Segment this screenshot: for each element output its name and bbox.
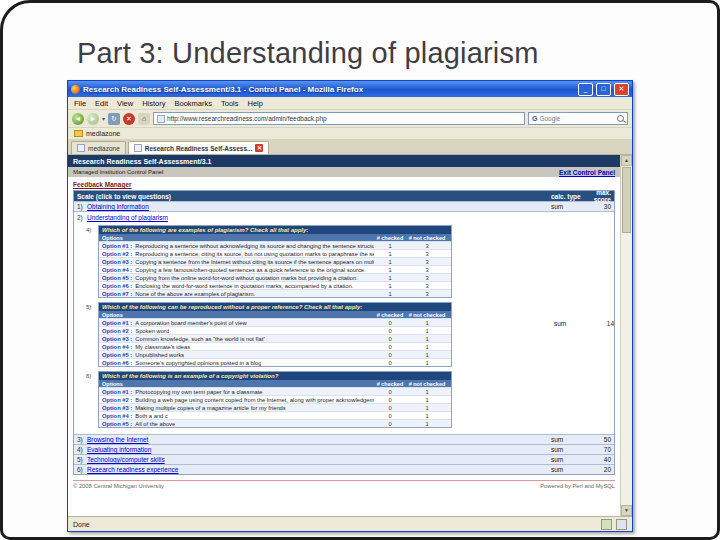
question-title: Which of the following is an example of … xyxy=(99,372,451,380)
back-button[interactable]: ◄ xyxy=(72,113,84,125)
page-content: Research Readiness Self-Assessment/3.1 M… xyxy=(68,155,620,516)
option-text: None of the above are examples of plagia… xyxy=(135,291,255,297)
firefox-icon xyxy=(71,85,80,94)
checked-count: 1 xyxy=(374,283,406,289)
calc-type-value: sum xyxy=(551,466,585,473)
scale-link-0[interactable]: Obtaining information xyxy=(87,203,551,210)
not-checked-count: 3 xyxy=(406,283,448,289)
not-checked-count: 1 xyxy=(406,405,448,411)
tab-1[interactable]: Research Readiness Self-Assess...✕ xyxy=(128,141,270,154)
not-checked-count: 3 xyxy=(406,275,448,281)
not-checked-count: 3 xyxy=(406,251,448,257)
option-label: Option #4 : xyxy=(102,267,132,273)
feedback-manager-label[interactable]: Feedback Manager xyxy=(73,181,620,188)
option-label: Option #5 : xyxy=(102,275,132,281)
scale-link-5[interactable]: Research readiness experience xyxy=(87,466,551,473)
checked-count: 1 xyxy=(374,251,406,257)
checked-count: 0 xyxy=(374,397,406,403)
scale-link-4[interactable]: Technology/computer skills xyxy=(87,456,551,463)
copyright-text: © 2008 Central Michigan University xyxy=(73,483,164,489)
scale-link-2[interactable]: Browsing the Internet xyxy=(87,436,551,443)
minimize-button[interactable]: _ xyxy=(578,83,593,96)
scale-row: 1)Obtaining informationsum30 xyxy=(74,201,614,211)
magnifier-icon[interactable] xyxy=(617,115,624,122)
option-row: Option #7 :None of the above are example… xyxy=(99,289,451,297)
option-row: Option #3 :Making multiple copies of a m… xyxy=(99,403,451,411)
question-block: 4)Which of the following are examples of… xyxy=(86,225,554,298)
not-checked-count: 3 xyxy=(406,243,448,249)
scroll-up-icon[interactable]: ▲ xyxy=(621,155,632,166)
scale-row-expanded: 2)Understanding of plagiarism4)Which of … xyxy=(74,211,614,434)
question-subheader: Options# checked# not checked xyxy=(99,311,451,318)
checked-count: 0 xyxy=(374,344,406,350)
stop-button[interactable]: ✕ xyxy=(123,113,135,125)
option-row: Option #2 :Spoken word01 xyxy=(99,326,451,334)
option-label: Option #1 : xyxy=(102,389,132,395)
menu-history[interactable]: History xyxy=(142,99,165,108)
option-row: Option #1 :A corporation board member's … xyxy=(99,318,451,326)
option-row: Option #6 :Someone's copyrighted opinion… xyxy=(99,358,451,366)
bookmark-mediazone[interactable]: mediazone xyxy=(86,130,120,137)
menu-help[interactable]: Help xyxy=(248,99,263,108)
option-row: Option #4 :Copying a few famous/often-qu… xyxy=(99,265,451,273)
close-button[interactable]: ✕ xyxy=(614,83,629,96)
status-text: Done xyxy=(73,521,90,528)
forward-button[interactable]: ► xyxy=(87,113,99,125)
tab-close-icon[interactable]: ✕ xyxy=(255,144,263,152)
google-icon: G xyxy=(532,115,537,122)
scale-link-3[interactable]: Evaluating information xyxy=(87,446,551,453)
checked-col-header: # checked xyxy=(374,312,406,318)
title-bar[interactable]: Research Readiness Self-Assessment/3.1 -… xyxy=(68,81,632,97)
menu-file[interactable]: File xyxy=(74,99,86,108)
home-button[interactable]: ⌂ xyxy=(138,113,150,125)
not-checked-col-header: # not checked xyxy=(406,312,448,318)
question-number: 5) xyxy=(86,302,96,367)
checked-col-header: # checked xyxy=(374,381,406,387)
scroll-thumb[interactable] xyxy=(622,167,631,233)
scale-row: 4)Evaluating informationsum70 xyxy=(74,444,614,454)
checked-count: 0 xyxy=(374,320,406,326)
maximize-button[interactable]: □ xyxy=(596,83,611,96)
not-checked-count: 3 xyxy=(406,259,448,265)
history-dropdown-icon[interactable]: ▾ xyxy=(102,115,105,122)
option-row: Option #5 :All of the above01 xyxy=(99,419,451,427)
scrollbar[interactable]: ▲ ▼ xyxy=(620,155,632,516)
calc-type-value: sum xyxy=(551,446,585,453)
page-footer: © 2008 Central Michigan University Power… xyxy=(73,480,615,489)
option-text: Building a web page using content copied… xyxy=(135,397,374,403)
question-block: 5)Which of the following can be reproduc… xyxy=(86,302,554,367)
exit-control-panel-link[interactable]: Exit Control Panel xyxy=(559,169,615,176)
option-label: Option #6 : xyxy=(102,360,132,366)
scale-row-number: 4) xyxy=(77,446,87,453)
scale-link-1[interactable]: Understanding of plagiarism xyxy=(87,214,168,221)
scale-row-number: 6) xyxy=(77,466,87,473)
option-text: Both a and c xyxy=(135,413,168,419)
scroll-track[interactable] xyxy=(621,234,632,505)
checked-count: 0 xyxy=(374,413,406,419)
max-score-value: 30 xyxy=(585,203,611,210)
slide-title: Part 3: Understanding of plagiarism xyxy=(77,37,539,70)
not-checked-count: 1 xyxy=(406,336,448,342)
reload-button[interactable]: ↻ xyxy=(108,113,120,125)
tab-0[interactable]: mediazone xyxy=(71,141,126,154)
menu-view[interactable]: View xyxy=(117,99,133,108)
option-text: Copying a sentence from the Internet wit… xyxy=(135,259,374,265)
question-subheader: Options# checked# not checked xyxy=(99,380,451,387)
menu-edit[interactable]: Edit xyxy=(95,99,108,108)
menu-bookmarks[interactable]: Bookmarks xyxy=(175,99,213,108)
not-checked-count: 3 xyxy=(406,267,448,273)
checked-count: 0 xyxy=(374,360,406,366)
question-block: 6)Which of the following is an example o… xyxy=(86,371,554,428)
question-table: Which of the following can be reproduced… xyxy=(98,302,452,367)
scale-row-number: 1) xyxy=(77,203,87,210)
not-checked-count: 1 xyxy=(406,397,448,403)
not-checked-col-header: # not checked xyxy=(406,381,448,387)
search-box[interactable]: G Google xyxy=(528,112,628,125)
not-checked-col-header: # not checked xyxy=(406,235,448,241)
scroll-down-icon[interactable]: ▼ xyxy=(621,505,632,516)
option-label: Option #3 : xyxy=(102,259,132,265)
menu-tools[interactable]: Tools xyxy=(221,99,239,108)
option-text: All of the above xyxy=(135,421,175,427)
address-bar[interactable]: http://www.researchreadiness.com/admin/f… xyxy=(153,112,525,125)
option-text: Reproducing a sentence without acknowled… xyxy=(135,243,374,249)
